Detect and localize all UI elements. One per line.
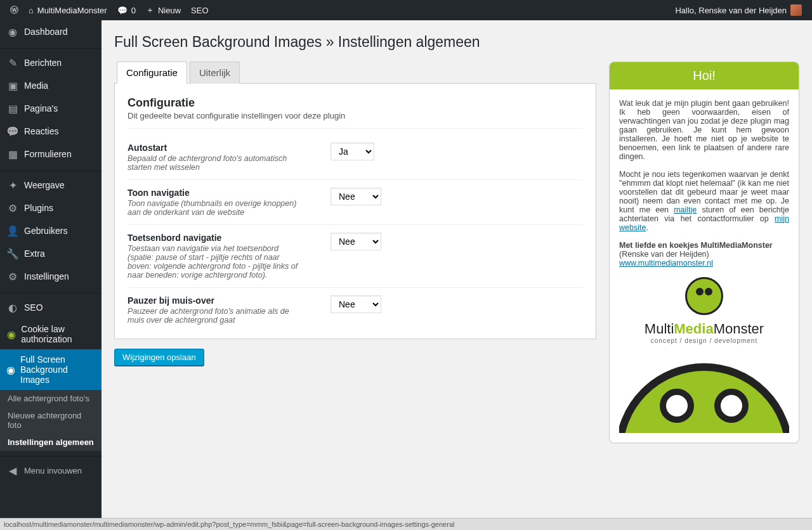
sidebar-item-appearance[interactable]: ✦Weergave <box>0 174 102 197</box>
user-icon: 👤 <box>6 224 19 237</box>
label-autostart: Autostart <box>128 143 305 153</box>
save-button[interactable]: Wijzigingen opslaan <box>114 349 204 366</box>
site-link[interactable]: www.multimediamonster.nl <box>619 259 713 268</box>
settings-panel: Configuratie Dit gedeelte bevat configur… <box>114 84 596 339</box>
submenu-item-all-bg[interactable]: Alle achtergrond foto's <box>0 390 102 407</box>
select-autostart[interactable]: Ja <box>331 143 374 160</box>
forms-icon: ▦ <box>6 148 19 160</box>
greeting-text: Hallo, Renske van der Heijden <box>675 6 787 15</box>
new-label: Nieuw <box>158 6 181 15</box>
submenu-fsbi: Alle achtergrond foto's Nieuwe achtergro… <box>0 390 102 451</box>
seo-label: SEO <box>191 6 208 15</box>
plugin-icon: ⚙ <box>6 202 19 214</box>
sidebar-item-comments[interactable]: 💬Reacties <box>0 120 102 143</box>
fsbi-icon: ◉ <box>6 363 15 376</box>
page-title: Full Screen Background Images » Instelli… <box>114 33 799 52</box>
label-pauzer-muisover: Pauzer bij muis-over <box>128 295 305 306</box>
brand-tagline: concept / design / development <box>619 337 789 344</box>
collapse-menu[interactable]: ◀Menu invouwen <box>0 459 102 469</box>
sidebar-item-pages[interactable]: ▤Pagina's <box>0 97 102 120</box>
content-wrap: Full Screen Background Images » Instelli… <box>102 20 812 469</box>
brand-logo: MultiMediaMonster concept / design / dev… <box>619 277 789 344</box>
label-toetsenbord-navigatie: Toetsenbord navigatie <box>128 233 305 243</box>
site-name: MultiMediaMonster <box>37 6 107 15</box>
seo-link[interactable]: SEO <box>186 0 213 20</box>
sidebar-item-seo[interactable]: ◐SEO <box>0 296 102 319</box>
tab-uiterlijk[interactable]: Uiterlijk <box>190 61 240 84</box>
brand-wordmark: MultiMediaMonster <box>619 321 789 337</box>
sidebar-item-forms[interactable]: ▦Formulieren <box>0 143 102 165</box>
signature: Met liefde en koekjes MultiMediaMonster(… <box>619 241 789 268</box>
page-icon: ▤ <box>6 102 19 115</box>
signature-love: Met liefde en koekjes MultiMediaMonster <box>619 241 773 250</box>
brand-large-graphic <box>619 357 789 433</box>
row-toon-navigatie: Toon navigatie Toon navigatie (thumbnail… <box>128 180 583 225</box>
admin-sidebar: ◉Dashboard ✎Berichten ▣Media ▤Pagina's 💬… <box>0 20 102 469</box>
desc-toetsenbord-navigatie: Toestaan van navigatie via het toetsenbo… <box>128 244 305 280</box>
admin-bar: ⓦ ⌂MultiMediaMonster 💬0 ＋Nieuw SEO Hallo… <box>0 0 812 20</box>
comment-icon: 💬 <box>6 125 19 138</box>
select-toetsenbord-navigatie[interactable]: Nee <box>331 233 381 250</box>
info-paragraph-1: Wat leuk dat je mijn plugin bent gaan ge… <box>619 99 789 161</box>
comment-icon: 💬 <box>117 6 128 15</box>
signature-author: (Renske van der Heijden) <box>619 250 709 259</box>
cookie-icon: ◉ <box>6 328 16 340</box>
pin-icon: ✎ <box>6 56 19 69</box>
sidebar-item-plugins[interactable]: ⚙Plugins <box>0 197 102 219</box>
brand-logo-icon <box>685 277 723 315</box>
row-toetsenbord-navigatie: Toetsenbord navigatie Toestaan van navig… <box>128 225 583 288</box>
account-link[interactable]: Hallo, Renske van der Heijden <box>670 0 807 20</box>
plus-icon: ＋ <box>146 4 154 16</box>
wp-logo[interactable]: ⓦ <box>5 0 23 20</box>
label-toon-navigatie: Toon navigatie <box>128 188 305 198</box>
mail-link[interactable]: mailtje <box>674 205 697 214</box>
desc-pauzer-muisover: Pauzeer de achtergrond foto's animatie a… <box>128 307 305 325</box>
sidebar-item-posts[interactable]: ✎Berichten <box>0 51 102 74</box>
row-pauzer-muisover: Pauzer bij muis-over Pauzeer de achtergr… <box>128 288 583 332</box>
sidebar-item-tools[interactable]: 🔧Extra <box>0 242 102 265</box>
section-title: Configuratie <box>128 96 583 110</box>
sidebar-item-settings[interactable]: ⚙Instellingen <box>0 265 102 288</box>
comments-link[interactable]: 💬0 <box>112 0 141 20</box>
sidebar-item-cookie-law[interactable]: ◉Cookie law authorization <box>0 319 102 349</box>
home-icon: ⌂ <box>29 6 34 15</box>
seo-icon: ◐ <box>6 301 19 314</box>
collapse-icon: ◀ <box>6 464 19 469</box>
select-pauzer-muisover[interactable]: Nee <box>331 295 381 313</box>
brush-icon: ✦ <box>6 179 19 191</box>
avatar <box>790 4 802 16</box>
tab-bar: Configuratie Uiterlijk <box>114 61 596 84</box>
new-content-link[interactable]: ＋Nieuw <box>141 0 186 20</box>
sidebar-item-dashboard[interactable]: ◉Dashboard <box>0 20 102 43</box>
sidebar-item-full-screen-bg[interactable]: ◉Full Screen Background Images <box>0 349 102 390</box>
wordpress-icon: ⓦ <box>10 4 18 16</box>
dashboard-icon: ◉ <box>6 25 19 38</box>
media-icon: ▣ <box>6 79 19 92</box>
sidebar-item-users[interactable]: 👤Gebruikers <box>0 219 102 242</box>
site-name-link[interactable]: ⌂MultiMediaMonster <box>23 0 112 20</box>
section-desc: Dit gedeelte bevat configuratie instelli… <box>128 111 583 129</box>
sidebar-item-media[interactable]: ▣Media <box>0 74 102 97</box>
wrench-icon: 🔧 <box>6 247 19 260</box>
info-paragraph-2: Mocht je nou iets tegenkomen waarvan je … <box>619 170 789 232</box>
settings-icon: ⚙ <box>6 270 19 283</box>
metabox-title: Hoi! <box>610 62 799 89</box>
submenu-item-new-bg[interactable]: Nieuwe achtergrond foto <box>0 407 102 434</box>
comments-count: 0 <box>131 6 136 15</box>
desc-toon-navigatie: Toon navigatie (thumbnails en overige kn… <box>128 199 305 217</box>
desc-autostart: Bepaald of de achtergrond foto's automat… <box>128 154 305 172</box>
submenu-item-settings-general[interactable]: Instellingen algemeen <box>0 434 102 451</box>
info-metabox: Hoi! Wat leuk dat je mijn plugin bent ga… <box>609 61 799 443</box>
tab-configuratie[interactable]: Configuratie <box>117 61 187 84</box>
row-autostart: Autostart Bepaald of de achtergrond foto… <box>128 135 583 180</box>
select-toon-navigatie[interactable]: Nee <box>331 188 381 205</box>
